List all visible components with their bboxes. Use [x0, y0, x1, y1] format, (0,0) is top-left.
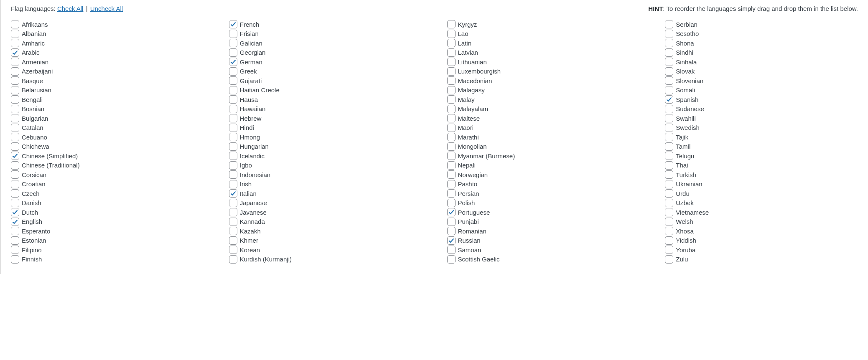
language-item-igbo[interactable]: Igbo — [229, 161, 422, 170]
language-checkbox[interactable] — [229, 199, 237, 207]
language-checkbox[interactable] — [11, 161, 19, 170]
language-checkbox[interactable] — [447, 189, 456, 198]
language-item-dutch[interactable]: Dutch — [11, 208, 204, 217]
language-item-tamil[interactable]: Tamil — [665, 142, 858, 152]
language-item-romanian[interactable]: Romanian — [447, 226, 640, 236]
language-checkbox[interactable] — [447, 124, 456, 132]
language-item-latvian[interactable]: Latvian — [447, 48, 640, 58]
language-checkbox[interactable] — [229, 180, 237, 188]
language-item-ukrainian[interactable]: Ukrainian — [665, 180, 858, 189]
language-item-amharic[interactable]: Amharic — [11, 38, 204, 48]
language-item-scottish-gaelic[interactable]: Scottish Gaelic — [447, 255, 640, 264]
language-item-japanese[interactable]: Japanese — [229, 198, 422, 208]
language-item-italian[interactable]: Italian — [229, 189, 422, 198]
language-checkbox[interactable] — [665, 30, 673, 38]
language-checkbox[interactable] — [229, 236, 237, 245]
language-checkbox[interactable] — [447, 208, 456, 216]
language-checkbox[interactable] — [665, 246, 673, 254]
language-item-german[interactable]: German — [229, 57, 422, 67]
language-checkbox[interactable] — [229, 189, 237, 198]
language-item-spanish[interactable]: Spanish — [665, 95, 858, 104]
language-item-somali[interactable]: Somali — [665, 86, 858, 95]
language-checkbox[interactable] — [229, 67, 237, 76]
language-item-chinese-traditional[interactable]: Chinese (Traditional) — [11, 161, 204, 170]
language-item-chinese-simplified[interactable]: Chinese (Simplified) — [11, 151, 204, 161]
language-item-hmong[interactable]: Hmong — [229, 132, 422, 142]
language-checkbox[interactable] — [447, 180, 456, 188]
language-item-luxembourgish[interactable]: Luxembourgish — [447, 67, 640, 76]
language-item-yoruba[interactable]: Yoruba — [665, 245, 858, 255]
language-checkbox[interactable] — [665, 86, 673, 94]
language-item-lao[interactable]: Lao — [447, 29, 640, 39]
language-checkbox[interactable] — [447, 39, 456, 47]
language-item-thai[interactable]: Thai — [665, 161, 858, 170]
language-checkbox[interactable] — [11, 114, 19, 122]
language-item-serbian[interactable]: Serbian — [665, 20, 858, 29]
language-item-belarusian[interactable]: Belarusian — [11, 86, 204, 95]
language-checkbox[interactable] — [11, 170, 19, 179]
language-item-kurdish-kurmanji[interactable]: Kurdish (Kurmanji) — [229, 255, 422, 264]
language-item-frisian[interactable]: Frisian — [229, 29, 422, 39]
language-item-marathi[interactable]: Marathi — [447, 132, 640, 142]
language-item-basque[interactable]: Basque — [11, 76, 204, 86]
language-item-haitian-creole[interactable]: Haitian Creole — [229, 86, 422, 95]
language-checkbox[interactable] — [229, 246, 237, 254]
language-item-welsh[interactable]: Welsh — [665, 217, 858, 227]
language-item-irish[interactable]: Irish — [229, 180, 422, 189]
language-checkbox[interactable] — [11, 39, 19, 47]
language-checkbox[interactable] — [229, 255, 237, 264]
language-checkbox[interactable] — [11, 246, 19, 254]
language-item-arabic[interactable]: Arabic — [11, 48, 204, 58]
language-item-bosnian[interactable]: Bosnian — [11, 104, 204, 114]
language-item-azerbaijani[interactable]: Azerbaijani — [11, 67, 204, 76]
language-checkbox[interactable] — [229, 114, 237, 122]
language-checkbox[interactable] — [665, 58, 673, 66]
language-item-greek[interactable]: Greek — [229, 67, 422, 76]
language-checkbox[interactable] — [447, 161, 456, 170]
language-item-uzbek[interactable]: Uzbek — [665, 198, 858, 208]
language-checkbox[interactable] — [665, 208, 673, 216]
language-checkbox[interactable] — [11, 189, 19, 198]
language-item-lithuanian[interactable]: Lithuanian — [447, 57, 640, 67]
language-item-latin[interactable]: Latin — [447, 38, 640, 48]
language-item-kyrgyz[interactable]: Kyrgyz — [447, 20, 640, 29]
language-item-persian[interactable]: Persian — [447, 189, 640, 198]
language-checkbox[interactable] — [11, 76, 19, 85]
language-checkbox[interactable] — [447, 227, 456, 235]
language-item-hawaiian[interactable]: Hawaiian — [229, 104, 422, 114]
language-checkbox[interactable] — [229, 227, 237, 235]
language-item-estonian[interactable]: Estonian — [11, 236, 204, 246]
language-checkbox[interactable] — [11, 152, 19, 160]
language-item-turkish[interactable]: Turkish — [665, 170, 858, 180]
language-checkbox[interactable] — [665, 161, 673, 170]
language-checkbox[interactable] — [665, 95, 673, 104]
language-checkbox[interactable] — [447, 58, 456, 66]
language-item-icelandic[interactable]: Icelandic — [229, 151, 422, 161]
language-checkbox[interactable] — [447, 105, 456, 113]
language-item-bengali[interactable]: Bengali — [11, 95, 204, 104]
language-checkbox[interactable] — [229, 86, 237, 94]
language-item-khmer[interactable]: Khmer — [229, 236, 422, 246]
language-checkbox[interactable] — [11, 95, 19, 104]
language-checkbox[interactable] — [447, 152, 456, 160]
language-item-finnish[interactable]: Finnish — [11, 255, 204, 264]
language-checkbox[interactable] — [447, 76, 456, 85]
language-item-sesotho[interactable]: Sesotho — [665, 29, 858, 39]
language-item-swedish[interactable]: Swedish — [665, 123, 858, 133]
language-checkbox[interactable] — [665, 218, 673, 226]
language-checkbox[interactable] — [229, 20, 237, 28]
language-item-french[interactable]: French — [229, 20, 422, 29]
language-checkbox[interactable] — [229, 124, 237, 132]
language-checkbox[interactable] — [665, 142, 673, 151]
language-checkbox[interactable] — [447, 30, 456, 38]
language-item-sinhala[interactable]: Sinhala — [665, 57, 858, 67]
check-all-link[interactable]: Check All — [57, 5, 84, 12]
language-checkbox[interactable] — [447, 255, 456, 264]
language-checkbox[interactable] — [665, 39, 673, 47]
language-checkbox[interactable] — [665, 255, 673, 264]
language-item-mongolian[interactable]: Mongolian — [447, 142, 640, 152]
language-item-hungarian[interactable]: Hungarian — [229, 142, 422, 152]
language-item-malayalam[interactable]: Malayalam — [447, 104, 640, 114]
language-item-polish[interactable]: Polish — [447, 198, 640, 208]
language-item-armenian[interactable]: Armenian — [11, 57, 204, 67]
